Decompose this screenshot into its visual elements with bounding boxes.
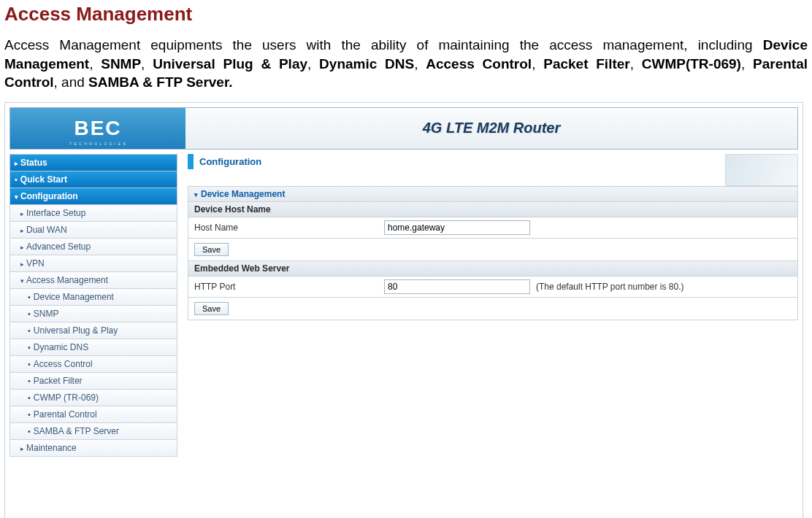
row-save-2: Save [188,298,798,320]
sidebar-item-parental[interactable]: Parental Control [9,406,177,423]
decorative-image [725,154,798,186]
sidebar-item-packet-filter[interactable]: Packet Filter [9,373,177,390]
sidebar-item-quickstart[interactable]: Quick Start [9,171,177,188]
bullet-icon [28,359,34,369]
chevron-right-icon [20,241,26,252]
chevron-down-icon [15,191,20,201]
section-device-management: Device Management [188,186,798,202]
subsection-host-name: Device Host Name [188,202,798,217]
bullet-icon [28,376,34,386]
sidebar-item-dual-wan[interactable]: Dual WAN [9,222,177,239]
content-title: Configuration [188,154,721,169]
bullet-icon [15,174,20,185]
intro-b7: CWMP(TR-069) [642,56,741,71]
sidebar-item-upnp[interactable]: Universal Plug & Play [9,322,177,339]
page-title: Access Management [4,3,808,26]
intro-b2: SNMP [101,56,141,71]
sidebar-item-cwmp[interactable]: CWMP (TR-069) [9,390,177,406]
intro-b4: Dynamic DNS [319,56,414,71]
sidebar-item-maintenance[interactable]: Maintenance [9,440,177,457]
chevron-right-icon [20,258,26,268]
logo-subtext: T E C H N O L O G I E S [69,142,126,146]
sidebar-item-samba[interactable]: SAMBA & FTP Server [9,423,177,440]
banner-title: 4G LTE M2M Router [185,108,797,149]
intro-b6: Packet Filter [543,56,630,71]
intro-paragraph: Access Management equipments the users w… [4,36,808,92]
hostname-label: Host Name [194,223,384,233]
router-screenshot: BEC T E C H N O L O G I E S 4G LTE M2M R… [4,102,803,518]
sidebar-item-status[interactable]: Status [9,154,177,171]
intro-b5: Access Control [426,56,532,71]
logo-box: BEC T E C H N O L O G I E S [10,108,185,149]
httpport-input[interactable] [384,279,530,294]
chevron-right-icon [15,158,20,168]
sidebar-item-configuration[interactable]: Configuration [9,188,177,205]
chevron-down-icon [20,275,26,285]
bullet-icon [28,393,34,403]
bullet-icon [28,325,34,336]
sidebar-item-device-management[interactable]: Device Management [9,289,177,306]
row-hostname: Host Name [188,217,798,239]
sidebar-item-snmp[interactable]: SNMP [9,306,177,322]
sidebar-item-interface-setup[interactable]: Interface Setup [9,205,177,222]
save-button-2[interactable]: Save [194,302,229,315]
banner: BEC T E C H N O L O G I E S 4G LTE M2M R… [9,107,798,150]
row-httpport: HTTP Port (The default HTTP port number … [188,277,798,298]
sidebar: Status Quick Start Configuration Interfa… [9,154,177,457]
sidebar-item-advanced-setup[interactable]: Advanced Setup [9,239,177,255]
intro-lead: Access Management equipments the users w… [4,37,763,53]
row-save-1: Save [188,239,798,261]
bullet-icon [28,309,34,319]
sidebar-item-vpn[interactable]: VPN [9,255,177,272]
chevron-right-icon [20,443,26,453]
hostname-input[interactable] [384,220,530,235]
httpport-hint: (The default HTTP port number is 80.) [536,282,684,292]
bullet-icon [28,426,34,436]
chevron-down-icon [194,189,201,199]
bullet-icon [28,409,34,420]
intro-b9: SAMBA & FTP Server. [88,74,232,90]
sidebar-item-access-management[interactable]: Access Management [9,272,177,289]
logo-text: BEC [74,117,121,140]
sidebar-item-access-control[interactable]: Access Control [9,356,177,373]
content-panel: Configuration Device Management Device H… [177,154,798,457]
sidebar-item-ddns[interactable]: Dynamic DNS [9,339,177,356]
subsection-web-server: Embedded Web Server [188,261,798,277]
bullet-icon [28,292,34,302]
chevron-right-icon [20,225,26,235]
intro-b3: Universal Plug & Play [153,56,307,71]
save-button-1[interactable]: Save [194,243,229,256]
httpport-label: HTTP Port [194,282,384,292]
chevron-right-icon [20,208,26,218]
bullet-icon [28,342,34,352]
